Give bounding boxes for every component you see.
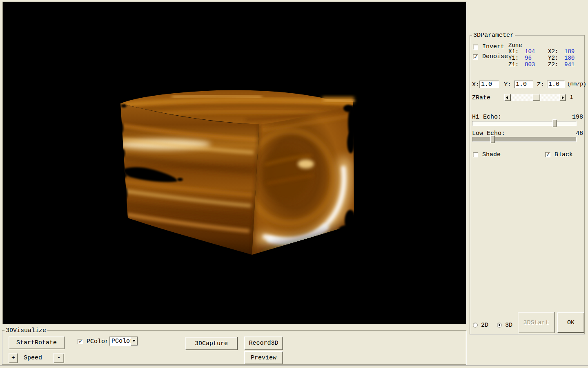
zone-y1-label: Y1: xyxy=(508,55,519,61)
zone-label: Zone xyxy=(508,42,522,49)
pcolor-label: PColor xyxy=(87,338,109,345)
denoise-label: Denoise xyxy=(482,53,508,60)
black-checkbox[interactable] xyxy=(545,152,550,157)
x-scale-field[interactable] xyxy=(479,81,499,88)
record3d-button[interactable]: Record3D xyxy=(244,337,283,350)
pcolor-dropdown-value: PColor xyxy=(111,338,134,345)
shade-label: Shade xyxy=(482,151,501,158)
zrate-label: ZRate xyxy=(472,94,490,101)
window-bottom-edge xyxy=(0,365,588,368)
zone-z1-value: 803 xyxy=(525,61,535,68)
parameter-group-title: 3DParameter xyxy=(472,32,515,39)
low-echo-thumb[interactable] xyxy=(490,135,495,143)
render-viewport[interactable] xyxy=(2,2,467,324)
hi-echo-thumb[interactable] xyxy=(552,119,557,127)
hi-echo-track[interactable] xyxy=(472,121,577,126)
zrate-thumb[interactable] xyxy=(532,94,540,101)
3dcapture-button[interactable]: 3DCapture xyxy=(185,337,238,350)
chevron-down-icon xyxy=(132,340,136,342)
zone-x2-label: X2: xyxy=(548,48,558,55)
hi-echo-label: Hi Echo: xyxy=(472,114,501,121)
z-scale-label: Z: xyxy=(537,81,544,88)
black-label: Black xyxy=(555,151,573,158)
invert-checkbox[interactable] xyxy=(473,45,478,50)
zone-y1-value: 96 xyxy=(525,55,532,61)
speed-minus-button[interactable]: - xyxy=(53,353,64,363)
visualize-groupbox: 3DVisualize StartRotate + Speed - PColor… xyxy=(2,330,466,365)
start-rotate-button[interactable]: StartRotate xyxy=(9,337,65,349)
arrow-right-icon xyxy=(562,96,564,99)
pcolor-checkbox[interactable] xyxy=(78,339,83,344)
application-window: 3DParameter Invert Denoise Zone X1: 104 … xyxy=(0,0,588,368)
mode-3d-label: 3D xyxy=(505,322,512,329)
hi-echo-value: 198 xyxy=(564,114,583,121)
visualize-group-title: 3DVisualize xyxy=(4,327,47,334)
zone-z2-label: Z2: xyxy=(548,61,558,68)
zrate-left-button[interactable] xyxy=(504,94,511,101)
speed-label: Speed xyxy=(24,355,42,361)
y-scale-label: Y: xyxy=(504,81,511,88)
zone-y2-value: 180 xyxy=(564,55,575,61)
mode-3d-radio[interactable] xyxy=(497,323,502,328)
volume-render xyxy=(3,2,467,325)
ok-button[interactable]: OK xyxy=(557,312,584,333)
z-scale-field[interactable] xyxy=(547,81,565,88)
zrate-right-button[interactable] xyxy=(559,94,566,101)
zone-x1-value: 104 xyxy=(525,48,535,55)
pcolor-dropdown-button[interactable] xyxy=(131,337,138,346)
denoise-checkbox[interactable] xyxy=(473,54,478,60)
y-scale-field[interactable] xyxy=(514,81,533,88)
zone-z2-value: 941 xyxy=(564,61,575,68)
zrate-value: 1 xyxy=(570,94,573,101)
zone-x2-value: 189 xyxy=(564,48,575,55)
scale-unit-label: (mm/p) xyxy=(567,81,586,87)
parameter-groupbox: 3DParameter Invert Denoise Zone X1: 104 … xyxy=(470,35,585,334)
zrate-scrollbar xyxy=(504,94,566,101)
low-echo-track[interactable] xyxy=(472,137,577,142)
3dstart-button[interactable]: 3DStart xyxy=(518,312,555,333)
low-echo-value: 46 xyxy=(564,130,583,137)
mode-2d-radio[interactable] xyxy=(473,323,478,328)
speed-plus-button[interactable]: + xyxy=(9,353,18,363)
shade-checkbox[interactable] xyxy=(473,152,478,157)
invert-label: Invert xyxy=(482,43,504,50)
arrow-left-icon xyxy=(506,96,508,99)
low-echo-label: Low Echo: xyxy=(472,130,505,137)
mode-2d-label: 2D xyxy=(481,322,488,329)
zone-z1-label: Z1: xyxy=(508,61,519,68)
zone-x1-label: X1: xyxy=(508,48,519,55)
pcolor-dropdown[interactable]: PColor xyxy=(109,337,138,346)
preview-button[interactable]: Preview xyxy=(244,351,283,364)
x-scale-label: X: xyxy=(472,81,479,88)
zone-y2-label: Y2: xyxy=(548,55,558,61)
